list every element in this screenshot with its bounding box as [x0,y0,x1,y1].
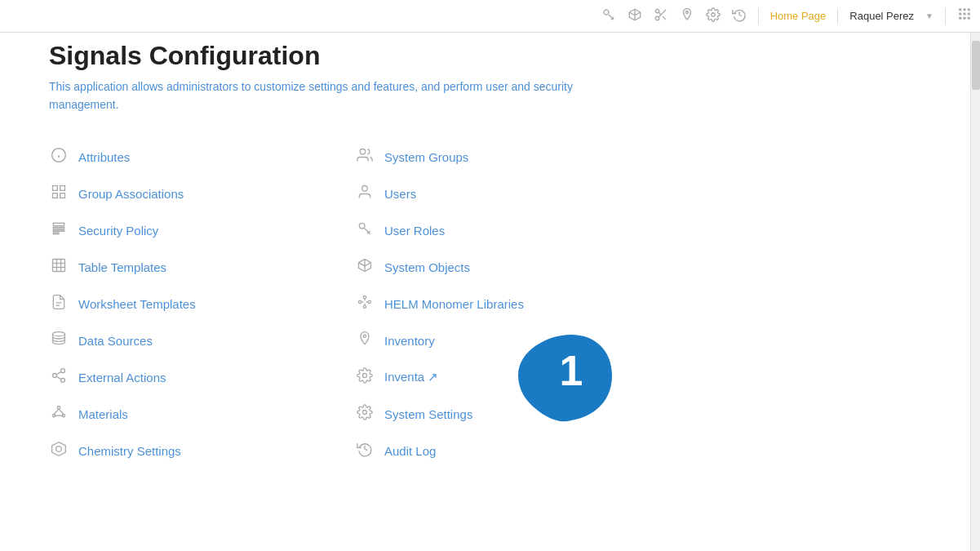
svg-point-13 [711,12,715,16]
user-name[interactable]: Raquel Perez [849,10,914,22]
svg-point-0 [604,10,609,15]
menu-item-user-roles[interactable]: User Roles [355,212,661,249]
users-label: Users [384,187,416,201]
svg-point-8 [655,16,659,20]
tools-icon[interactable] [654,7,668,25]
svg-line-50 [54,409,59,415]
cube-icon[interactable] [627,7,642,25]
svg-marker-53 [52,442,66,455]
menu-item-audit-log[interactable]: Audit Log [355,433,661,469]
svg-point-7 [655,9,659,13]
svg-rect-18 [964,13,966,16]
svg-rect-28 [53,193,58,198]
data-sources-label: Data Sources [78,334,153,348]
location-icon[interactable] [680,7,694,25]
svg-rect-34 [53,259,65,271]
audit-log-icon [355,441,375,461]
menu-item-inventa[interactable]: Inventa ↗ [355,359,661,396]
svg-line-6 [635,12,641,16]
svg-line-10 [663,16,666,19]
content-area: Signals Configuration This application a… [0,33,970,551]
system-settings-label: System Settings [384,407,472,421]
menu-item-inventory[interactable]: Inventory [355,322,661,359]
group-associations-label: Group Associations [78,187,184,201]
svg-point-64 [359,300,361,303]
svg-point-44 [61,378,65,382]
svg-rect-26 [53,185,58,190]
helm-monomer-label: HELM Monomer Libraries [384,297,524,311]
menu-item-security-policy[interactable]: Security Policy [49,212,355,249]
svg-point-57 [359,223,365,229]
scrollbar-thumb[interactable] [972,41,980,90]
system-groups-label: System Groups [384,150,468,164]
svg-point-41 [53,331,65,335]
svg-line-60 [367,232,369,233]
svg-line-59 [369,231,370,233]
attributes-label: Attributes [78,150,130,164]
chemistry-settings-label: Chemistry Settings [78,444,181,458]
svg-point-72 [363,335,366,337]
svg-rect-22 [968,17,970,20]
menu-item-external-actions[interactable]: External Actions [49,359,355,396]
svg-line-11 [659,12,661,15]
svg-rect-30 [53,223,64,225]
menu-item-data-sources[interactable]: Data Sources [49,322,355,359]
svg-point-54 [56,446,62,451]
scrollbar[interactable] [970,33,980,551]
materials-label: Materials [78,407,128,421]
inventory-label: Inventory [384,334,435,348]
svg-line-45 [56,376,61,379]
gear-outline-icon[interactable] [706,7,721,25]
user-dropdown-icon[interactable]: ▼ [925,11,933,20]
svg-point-66 [368,300,370,303]
app-grid-icon[interactable] [957,7,972,25]
user-roles-icon [355,220,375,241]
nav-icons-group: Home Page Raquel Perez ▼ [8,7,972,25]
svg-point-47 [57,406,60,408]
svg-line-63 [365,262,371,265]
svg-line-5 [629,12,635,16]
top-navigation: Home Page Raquel Perez ▼ [0,0,980,33]
external-actions-label: External Actions [78,371,166,384]
table-templates-icon [49,257,69,278]
svg-line-3 [611,18,613,20]
menu-item-helm-monomer[interactable]: HELM Monomer Libraries [355,286,661,322]
system-groups-icon [355,147,375,167]
main-content: Signals Configuration This application a… [0,33,980,551]
svg-rect-17 [959,13,961,16]
audit-log-label: Audit Log [384,444,436,458]
svg-line-2 [612,17,614,19]
key-icon[interactable] [601,7,616,25]
svg-rect-32 [53,229,64,231]
menu-column-right: System Groups Users [355,139,661,469]
inventa-label: Inventa ↗ [384,370,438,384]
inventory-icon [355,331,375,351]
user-roles-label: User Roles [384,224,445,238]
svg-rect-20 [959,17,961,20]
worksheet-templates-label: Worksheet Templates [78,297,196,311]
page-title: Signals Configuration [49,41,921,71]
menu-item-system-objects[interactable]: System Objects [355,249,661,286]
menu-item-table-templates[interactable]: Table Templates [49,249,355,286]
external-actions-icon [49,367,69,388]
materials-icon [49,404,69,424]
menu-item-users[interactable]: Users [355,176,661,212]
svg-rect-21 [964,17,966,20]
nav-divider-3 [945,8,946,24]
svg-rect-14 [959,8,961,11]
worksheet-icon [49,294,69,314]
table-templates-label: Table Templates [78,260,166,274]
security-policy-label: Security Policy [78,224,158,238]
menu-item-chemistry-settings[interactable]: Chemistry Settings [49,433,355,469]
menu-item-worksheet-templates[interactable]: Worksheet Templates [49,286,355,322]
svg-rect-19 [968,13,970,16]
menu-item-system-settings[interactable]: System Settings [355,396,661,433]
svg-line-46 [56,371,61,374]
menu-item-attributes[interactable]: Attributes [49,139,355,176]
menu-item-group-associations[interactable]: Group Associations [49,176,355,212]
menu-item-materials[interactable]: Materials [49,396,355,433]
home-page-link[interactable]: Home Page [770,10,827,22]
svg-point-65 [363,295,366,298]
history-icon[interactable] [732,7,747,25]
menu-item-system-groups[interactable]: System Groups [355,139,661,176]
